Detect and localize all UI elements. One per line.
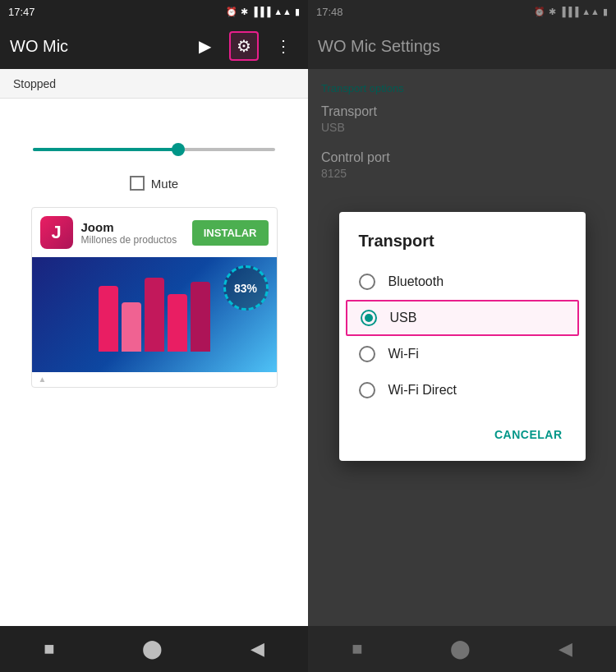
ad-container: J Joom Millones de productos INSTALAR 83…	[31, 207, 278, 388]
wifi-label: Wi-Fi	[388, 347, 419, 361]
radio-dot-usb	[365, 314, 373, 322]
cancel-button[interactable]: CANCELAR	[485, 421, 572, 448]
alarm-icon: ⏰	[226, 7, 237, 17]
nav-home-button[interactable]: ⬤	[142, 638, 163, 660]
ad-badge: 83%	[223, 265, 269, 311]
nav-stop-button[interactable]: ■	[44, 638, 54, 660]
ad-info: Joom Millones de productos	[81, 220, 184, 246]
left-app-title: WO Mic	[10, 37, 180, 56]
ad-graphic	[99, 278, 210, 352]
right-panel: 17:48 ⏰ ✱ ▐▐▐ ▲▲ ▮ WO Mic Settings Trans…	[308, 0, 616, 672]
transport-dialog: Transport Bluetooth USB Wi-Fi	[339, 212, 586, 461]
dialog-title: Transport	[339, 232, 586, 264]
left-time: 17:47	[8, 6, 35, 18]
ad-header: J Joom Millones de productos INSTALAR	[32, 208, 277, 257]
left-status-bar: 17:47 ⏰ ✱ ▐▐▐ ▲▲ ▮	[0, 0, 308, 23]
bluetooth-icon: ✱	[241, 7, 248, 17]
radio-bluetooth[interactable]	[359, 274, 375, 290]
option-wifi[interactable]: Wi-Fi	[339, 336, 586, 372]
option-usb[interactable]: USB	[346, 300, 579, 336]
dialog-actions: CANCELAR	[339, 415, 586, 454]
ad-footer: ▲	[39, 375, 47, 384]
mute-checkbox[interactable]	[130, 176, 145, 191]
install-button[interactable]: INSTALAR	[192, 220, 269, 246]
more-button[interactable]: ⋮	[269, 31, 298, 61]
stopped-bar: Stopped	[0, 69, 308, 99]
slider-filled	[33, 148, 178, 151]
ad-image: 83%	[32, 257, 277, 372]
signal-icon: ▐▐▐	[251, 7, 270, 16]
usb-label: USB	[390, 311, 417, 325]
play-button[interactable]: ▶	[190, 31, 219, 61]
settings-button[interactable]: ⚙	[229, 31, 259, 61]
left-panel: 17:47 ⏰ ✱ ▐▐▐ ▲▲ ▮ WO Mic ▶ ⚙ ⋮ Stopped	[0, 0, 308, 672]
left-main-content: Mute J Joom Millones de productos INSTAL…	[0, 99, 308, 626]
option-bluetooth[interactable]: Bluetooth	[339, 264, 586, 300]
left-app-bar: WO Mic ▶ ⚙ ⋮	[0, 23, 308, 69]
slider-thumb[interactable]	[172, 143, 185, 156]
left-status-icons: ⏰ ✱ ▐▐▐ ▲▲ ▮	[226, 7, 300, 17]
volume-slider[interactable]	[33, 148, 275, 151]
stopped-label: Stopped	[13, 77, 56, 90]
radio-wifi-direct[interactable]	[359, 382, 375, 398]
wifi-direct-label: Wi-Fi Direct	[388, 383, 457, 398]
bluetooth-label: Bluetooth	[388, 274, 444, 289]
mute-label: Mute	[151, 177, 178, 191]
radio-usb[interactable]	[361, 310, 377, 326]
ad-logo: J	[40, 216, 73, 249]
left-nav-bar: ■ ⬤ ◀	[0, 626, 308, 672]
ad-subtitle: Millones de productos	[81, 234, 184, 246]
wifi-icon: ▲▲	[274, 7, 292, 16]
nav-back-button[interactable]: ◀	[251, 638, 264, 660]
mute-container: Mute	[130, 176, 178, 191]
volume-slider-container	[16, 115, 292, 168]
ad-app-name: Joom	[81, 220, 184, 234]
option-wifi-direct[interactable]: Wi-Fi Direct	[339, 372, 586, 408]
battery-icon: ▮	[295, 7, 300, 17]
radio-wifi[interactable]	[359, 346, 375, 362]
dialog-overlay: Transport Bluetooth USB Wi-Fi	[308, 0, 616, 672]
